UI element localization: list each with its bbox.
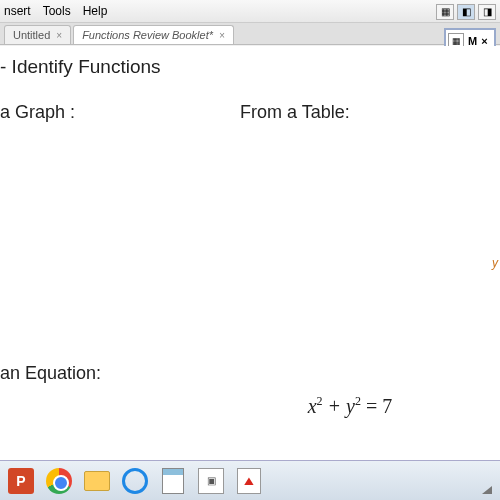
section-row: a Graph : From a Table: bbox=[0, 102, 500, 123]
powerpoint-icon[interactable]: P bbox=[6, 466, 36, 496]
menu-insert[interactable]: nsert bbox=[4, 4, 31, 18]
menu-tools[interactable]: Tools bbox=[43, 4, 71, 18]
smartboard-icon[interactable]: ▣ bbox=[196, 466, 226, 496]
document-page: - Identify Functions a Graph : From a Ta… bbox=[0, 46, 500, 460]
tab-bar: Untitled × Functions Review Booklet* × bbox=[0, 23, 500, 45]
tab-label: Untitled bbox=[13, 29, 50, 41]
tab-functions-review[interactable]: Functions Review Booklet* × bbox=[73, 25, 234, 44]
eq-plus: + bbox=[323, 395, 347, 417]
tray bbox=[482, 486, 492, 494]
from-equation-label: an Equation: bbox=[0, 363, 500, 384]
folder-icon[interactable] bbox=[82, 466, 112, 496]
tab-label: Functions Review Booklet* bbox=[82, 29, 213, 41]
close-icon[interactable]: × bbox=[219, 30, 225, 41]
side-marker: y bbox=[492, 256, 498, 270]
toolbar-button-1[interactable]: ▦ bbox=[436, 4, 454, 20]
eq-x: x bbox=[308, 395, 317, 417]
eq-y: y bbox=[346, 395, 355, 417]
chrome-icon[interactable] bbox=[44, 466, 74, 496]
toolbar-button-3[interactable]: ◨ bbox=[478, 4, 496, 20]
ie-icon[interactable] bbox=[120, 466, 150, 496]
network-icon[interactable] bbox=[482, 486, 492, 494]
pdf-icon[interactable] bbox=[234, 466, 264, 496]
page-heading: - Identify Functions bbox=[0, 56, 500, 78]
equation-display: x2 + y2 = 7 bbox=[200, 394, 500, 418]
eq-equals: = 7 bbox=[361, 395, 392, 417]
menu-help[interactable]: Help bbox=[83, 4, 108, 18]
tab-untitled[interactable]: Untitled × bbox=[4, 25, 71, 44]
from-graph-label: a Graph : bbox=[0, 102, 240, 123]
menu-bar: nsert Tools Help bbox=[0, 0, 500, 23]
close-icon[interactable]: × bbox=[56, 30, 62, 41]
toolbar-right: ▦ ◧ ◨ bbox=[436, 0, 496, 23]
taskbar: P ▣ bbox=[0, 460, 500, 500]
toolbar-button-2[interactable]: ◧ bbox=[457, 4, 475, 20]
notepad-icon[interactable] bbox=[158, 466, 188, 496]
from-table-label: From a Table: bbox=[240, 102, 350, 123]
